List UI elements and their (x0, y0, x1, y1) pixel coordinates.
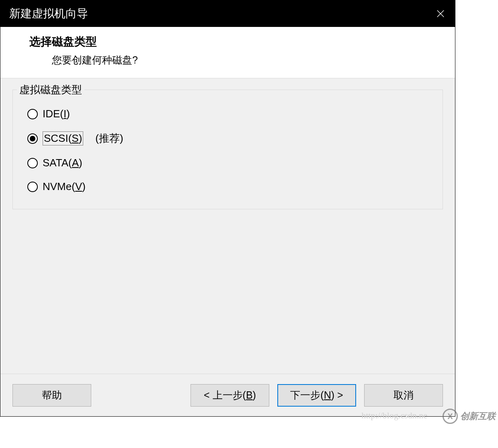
next-button[interactable]: 下一步(N) > (277, 384, 356, 407)
radio-icon (27, 109, 38, 119)
new-vm-wizard-dialog: 新建虚拟机向导 选择磁盘类型 您要创建何种磁盘? 虚拟磁盘类型 IDE(I) (0, 0, 455, 417)
cancel-button[interactable]: 取消 (364, 384, 443, 407)
radio-label: SATA(A) (43, 157, 82, 169)
disk-type-radio-group: IDE(I) SCSI(S) (推荐) SATA(A) (27, 105, 428, 193)
disk-type-fieldset: 虚拟磁盘类型 IDE(I) SCSI(S) (推荐) (12, 90, 443, 209)
radio-icon (27, 133, 38, 144)
watermark-label: 创新互联 (460, 410, 496, 422)
close-button[interactable] (426, 0, 455, 27)
radio-sata[interactable]: SATA(A) (27, 157, 428, 169)
radio-ide[interactable]: IDE(I) (27, 108, 428, 120)
dialog-title: 新建虚拟机向导 (9, 6, 88, 21)
content-area: 虚拟磁盘类型 IDE(I) SCSI(S) (推荐) (0, 78, 455, 374)
radio-label: SCSI(S) (43, 131, 83, 145)
radio-label: NVMe(V) (43, 180, 86, 193)
radio-scsi[interactable]: SCSI(S) (推荐) (27, 131, 428, 145)
radio-icon (27, 158, 38, 168)
titlebar: 新建虚拟机向导 (0, 0, 455, 27)
page-title: 选择磁盘类型 (29, 34, 455, 49)
wizard-footer: 帮助 < 上一步(B) 下一步(N) > 取消 (0, 374, 455, 416)
page-subtitle: 您要创建何种磁盘? (29, 53, 455, 67)
help-button[interactable]: 帮助 (12, 384, 91, 407)
radio-note: (推荐) (95, 131, 123, 145)
radio-label: IDE(I) (43, 108, 70, 120)
fieldset-legend: 虚拟磁盘类型 (17, 83, 84, 97)
radio-icon (27, 182, 38, 192)
wizard-header: 选择磁盘类型 您要创建何种磁盘? (0, 27, 455, 78)
radio-nvme[interactable]: NVMe(V) (27, 180, 428, 193)
back-button[interactable]: < 上一步(B) (191, 384, 269, 407)
close-icon (436, 9, 445, 18)
